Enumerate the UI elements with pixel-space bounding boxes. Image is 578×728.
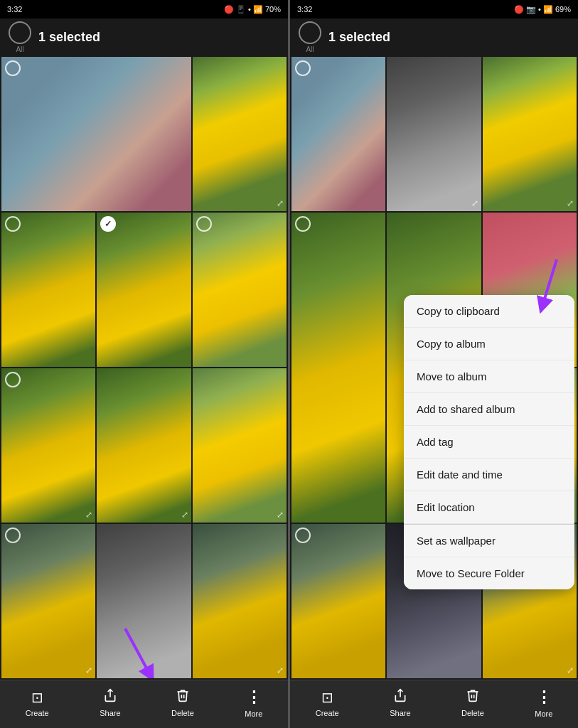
header-left: All 1 selected [0,18,288,55]
create-button-left[interactable]: ⊡ Create [26,689,49,717]
select-circle[interactable] [295,528,311,543]
photo-cell[interactable]: ⤢ [483,57,577,211]
selected-count-left: 1 selected [38,30,279,45]
photo-cell[interactable] [193,213,287,367]
expand-icon: ⤢ [277,510,284,520]
photo-cell[interactable]: ⤢ [1,368,95,523]
delete-icon [176,688,190,706]
select-circle[interactable] [295,60,311,76]
create-button-right[interactable]: ⊡ Create [316,689,339,717]
expand-icon: ⤢ [85,510,92,520]
delete-button-left[interactable]: Delete [171,688,194,717]
photo-cell[interactable]: ⤢ [387,57,481,211]
menu-secure-folder[interactable]: Move to Secure Folder [404,557,574,589]
photo-cell[interactable] [291,524,385,678]
photo-cell[interactable]: ⤢ [193,524,287,678]
menu-add-shared[interactable]: Add to shared album [404,393,574,426]
status-icons-right: 🔴 📷 • 📶 69% [514,5,571,14]
purple-arrow-left [118,625,161,678]
header-right: All 1 selected [290,18,578,55]
share-button-right[interactable]: Share [390,688,410,717]
purple-arrow-right [518,252,574,316]
create-icon-right: ⊡ [321,689,333,706]
photo-cell[interactable] [97,524,191,678]
photo-cell[interactable]: ⤢ [1,524,95,678]
photo-cell[interactable]: ⤢ [193,57,287,211]
photo-cell[interactable] [1,213,95,367]
create-icon: ⊡ [31,689,43,706]
select-circle[interactable] [5,528,21,543]
menu-edit-location[interactable]: Edit location [404,491,574,524]
expand-icon: ⤢ [567,198,574,208]
delete-button-right[interactable]: Delete [461,688,484,717]
photo-cell[interactable] [291,57,385,211]
share-button-left[interactable]: Share [100,688,120,717]
menu-add-tag[interactable]: Add tag [404,426,574,459]
status-bar-left: 3:32 🔴 📱 • 📶 70% [0,0,288,18]
context-menu: Copy to clipboard Copy to album Move to … [404,295,574,589]
bottom-bar-right: ⊡ Create Share Delete ⋮ More [290,680,578,728]
status-icons-left: 🔴 📱 • 📶 70% [224,5,281,14]
menu-move-album[interactable]: Move to album [404,360,574,393]
right-phone-panel: 3:32 🔴 📷 • 📶 69% All 1 selected ⤢ ⤢ [290,0,578,728]
all-selector-right[interactable] [299,21,321,44]
svg-line-1 [125,628,150,675]
more-icon: ⋮ [246,688,262,707]
expand-icon: ⤢ [277,665,284,675]
photo-cell[interactable] [291,213,385,523]
expand-icon: ⤢ [85,665,92,675]
share-icon-right [393,688,407,706]
expand-icon: ⤢ [567,665,574,675]
status-bar-right: 3:32 🔴 📷 • 📶 69% [290,0,578,18]
select-circle[interactable] [5,216,21,232]
delete-icon-right [466,688,480,706]
menu-copy-album[interactable]: Copy to album [404,328,574,360]
expand-icon: ⤢ [277,198,284,208]
more-button-left[interactable]: ⋮ More [245,688,262,718]
selected-count-right: 1 selected [328,30,569,45]
share-icon [103,688,117,706]
expand-icon: ⤢ [471,198,478,208]
photo-cell[interactable]: ⤢ [97,368,191,523]
menu-edit-date[interactable]: Edit date and time [404,459,574,491]
photo-cell[interactable]: ⤢ [193,368,287,523]
svg-line-3 [542,259,557,306]
select-circle[interactable] [196,216,212,232]
menu-set-wallpaper[interactable]: Set as wallpaper [404,524,574,557]
photo-grid-left: ⤢ ⤢ ⤢ ⤢ [0,55,288,680]
photo-cell[interactable] [97,213,191,367]
expand-icon: ⤢ [181,510,188,520]
left-phone-panel: 3:32 🔴 📱 • 📶 70% All 1 selected ⤢ [0,0,288,728]
select-circle[interactable] [5,372,21,387]
select-circle[interactable] [5,60,21,76]
all-selector-left[interactable] [9,21,31,44]
bottom-bar-left: ⊡ Create Share Delete ⋮ More [0,680,288,728]
photo-cell[interactable] [1,57,191,211]
select-circle[interactable] [295,216,311,232]
time-left: 3:32 [7,5,22,14]
more-icon-right: ⋮ [536,688,552,707]
time-right: 3:32 [297,5,312,14]
more-button-right[interactable]: ⋮ More [535,688,552,718]
